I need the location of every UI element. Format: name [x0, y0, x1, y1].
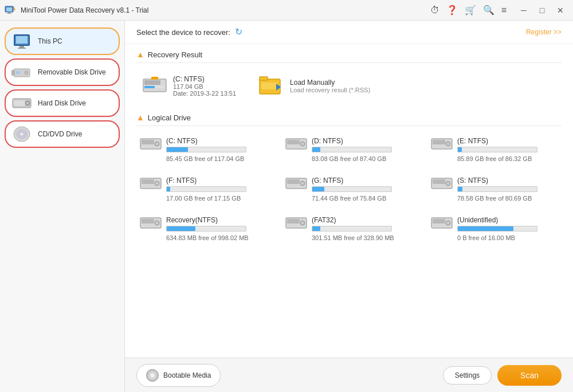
toolbar-icons: ⏱ ❓ 🛒 🔍 ≡	[430, 5, 507, 15]
menu-icon[interactable]: ≡	[501, 5, 507, 15]
sidebar-item-this-pc[interactable]: This PC	[5, 28, 120, 55]
drive-card-4[interactable]: (G: NTFS)71.44 GB free of 75.84 GB	[282, 173, 416, 205]
help-icon[interactable]: ❓	[446, 5, 458, 15]
drive-bar-fill-8	[458, 226, 513, 231]
scan-button[interactable]: Scan	[497, 365, 562, 386]
drive-icon-2	[431, 136, 453, 153]
sidebar-item-removable-disk[interactable]: Removable Disk Drive	[5, 58, 120, 86]
svg-rect-1	[6, 7, 12, 11]
svg-point-49	[448, 183, 449, 185]
cd-dvd-icon	[11, 126, 32, 142]
drive-free-2: 85.89 GB free of 86.32 GB	[457, 155, 558, 162]
drive-card-2[interactable]: (E: NTFS)85.89 GB free of 86.32 GB	[427, 133, 562, 166]
app-body: This PC Removable Disk Drive	[0, 21, 573, 392]
svg-rect-10	[14, 100, 25, 106]
load-manually-icon	[259, 75, 284, 97]
pc-icon	[11, 33, 32, 49]
drive-grid: (C: NTFS)85.45 GB free of 117.04 GB (D: …	[136, 133, 562, 245]
drive-icon-0	[140, 136, 162, 153]
svg-point-45	[302, 183, 304, 185]
svg-rect-18	[144, 80, 160, 85]
sidebar-item-hard-disk[interactable]: Hard Disk Drive	[5, 89, 120, 117]
drive-free-6: 634.83 MB free of 998.02 MB	[166, 234, 267, 241]
svg-point-53	[156, 222, 158, 224]
drive-icon-6	[140, 215, 162, 232]
refresh-button[interactable]: ↻	[235, 26, 246, 38]
minimize-button[interactable]: ─	[516, 2, 532, 18]
drive-name-6: Recovery(NTFS)	[166, 216, 246, 224]
maximize-button[interactable]: □	[534, 2, 550, 18]
drive-name-1: (D: NTFS)	[312, 137, 392, 145]
svg-rect-35	[433, 140, 445, 144]
drive-bar-fill-2	[458, 147, 462, 152]
hdd-icon	[11, 95, 32, 111]
drive-card-7[interactable]: (FAT32)301.51 MB free of 328.90 MB	[282, 212, 416, 245]
drive-card-5[interactable]: (S: NTFS)78.58 GB free of 80.69 GB	[427, 173, 562, 205]
drive-free-1: 83.08 GB free of 87.40 GB	[312, 155, 413, 162]
drive-bar-fill-3	[167, 187, 170, 191]
device-select: Select the device to recover: ↻	[136, 26, 246, 38]
main-content: Select the device to recover: ↻ Register…	[125, 21, 573, 392]
settings-button[interactable]: Settings	[443, 366, 492, 385]
drive-bar-fill-5	[458, 187, 462, 191]
bootable-media-button[interactable]: Bootable Media	[136, 364, 221, 387]
recovery-result-content: (C: NTFS) 117.04 GB Date: 2019-3-22 13:5…	[136, 70, 562, 101]
drive-card-8[interactable]: (Unidentified)0 B free of 16.00 MB	[427, 212, 562, 245]
load-manually-title: Load Manually	[290, 79, 370, 87]
sidebar-label-this-pc: This PC	[38, 37, 62, 45]
close-button[interactable]: ✕	[552, 2, 568, 18]
title-bar: MiniTool Power Data Recovery v8.1 - Tria…	[0, 0, 573, 21]
recovery-collapse-arrow[interactable]: ▲	[136, 50, 144, 59]
drive-free-7: 301.51 MB free of 328.90 MB	[312, 234, 413, 241]
usb-drive-icon	[11, 64, 32, 80]
app-title: MiniTool Power Data Recovery v8.1 - Tria…	[21, 6, 426, 14]
drive-icon-1	[285, 136, 307, 153]
drive-bar-container-3	[166, 186, 246, 192]
svg-point-33	[302, 143, 304, 145]
drive-bar-container-5	[457, 186, 537, 192]
svg-rect-2	[8, 12, 10, 13]
drive-name-5: (S: NTFS)	[457, 177, 537, 185]
drive-name-3: (F: NTFS)	[166, 177, 246, 185]
drive-icon-8	[431, 215, 453, 232]
svg-rect-19	[144, 86, 155, 88]
drive-name-7: (FAT32)	[312, 216, 392, 224]
drive-icon-7	[285, 215, 307, 232]
drive-free-8: 0 B free of 16.00 MB	[457, 234, 558, 241]
svg-point-41	[156, 183, 158, 185]
drive-card-1[interactable]: (D: NTFS)83.08 GB free of 87.40 GB	[282, 133, 416, 166]
drive-icon-4	[285, 176, 307, 193]
main-scroll-area[interactable]: ▲ Recovery Result	[125, 44, 573, 358]
logical-collapse-arrow[interactable]: ▲	[136, 113, 144, 122]
svg-point-8	[25, 71, 28, 75]
time-icon[interactable]: ⏱	[430, 5, 439, 15]
drive-card-0[interactable]: (C: NTFS)85.45 GB free of 117.04 GB	[136, 133, 270, 166]
drive-bar-fill-7	[312, 226, 320, 231]
svg-rect-20	[155, 86, 164, 88]
drive-icon-5	[431, 176, 453, 193]
svg-point-12	[27, 103, 29, 104]
svg-marker-4	[14, 6, 15, 10]
recovery-result-section: ▲ Recovery Result	[136, 50, 562, 101]
cart-icon[interactable]: 🛒	[465, 5, 476, 15]
drive-name-0: (C: NTFS)	[166, 137, 246, 145]
svg-rect-51	[142, 219, 154, 224]
logical-drive-section: ▲ Logical Drive (C: NTFS)85.45 GB free o…	[136, 113, 562, 245]
load-manually-item[interactable]: Load Manually Load recovery result (*.RS…	[259, 70, 370, 101]
svg-rect-39	[142, 179, 154, 184]
drive-name-2: (E: NTFS)	[457, 137, 537, 145]
svg-point-29	[156, 143, 158, 145]
svg-point-57	[302, 222, 304, 224]
recovery-item-c[interactable]: (C: NTFS) 117.04 GB Date: 2019-3-22 13:5…	[142, 70, 236, 101]
drive-card-3[interactable]: (F: NTFS)17.00 GB free of 17.15 GB	[136, 173, 270, 205]
drive-bar-container-6	[166, 226, 246, 232]
register-link[interactable]: Register >>	[526, 28, 562, 36]
sidebar-label-cd-dvd: CD/DVD Drive	[38, 130, 82, 138]
recovery-drive-icon-c	[142, 75, 167, 97]
search-icon[interactable]: 🔍	[483, 5, 494, 15]
svg-point-15	[20, 132, 23, 136]
sidebar-item-cd-dvd[interactable]: CD/DVD Drive	[5, 120, 120, 148]
drive-card-6[interactable]: Recovery(NTFS)634.83 MB free of 998.02 M…	[136, 212, 270, 245]
recovery-name-c: (C: NTFS)	[173, 75, 236, 83]
drive-bar-fill-0	[167, 147, 188, 152]
